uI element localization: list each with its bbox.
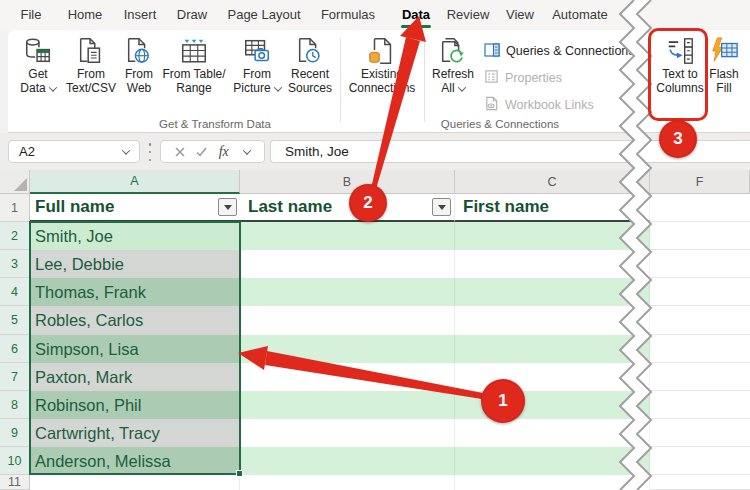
cell-c2[interactable] <box>455 222 650 250</box>
recent-sources-button[interactable]: Recent Sources <box>272 36 348 95</box>
cell-f1[interactable] <box>650 194 750 222</box>
cell-c1-first-name[interactable]: First name <box>455 194 650 222</box>
row-header-9[interactable]: 9 <box>0 419 30 447</box>
cell-a5[interactable]: Robles, Carlos <box>30 306 240 335</box>
cell-a11[interactable] <box>30 475 240 490</box>
cell-b11[interactable] <box>240 475 455 490</box>
tab-insert[interactable]: Insert <box>124 7 157 22</box>
cell-f8[interactable] <box>650 391 750 419</box>
select-all-corner[interactable] <box>0 170 30 194</box>
workbook-links-button[interactable]: Workbook Links <box>484 94 594 116</box>
tab-draw[interactable]: Draw <box>177 7 207 22</box>
cell-f9[interactable] <box>650 419 750 447</box>
cell-b4[interactable] <box>240 278 455 306</box>
enter-check-icon[interactable] <box>196 143 207 161</box>
properties-button[interactable]: Properties <box>484 67 562 89</box>
cell-f5[interactable] <box>650 306 750 335</box>
tab-automate[interactable]: Automate <box>552 7 608 22</box>
cell-a1-full-name[interactable]: Full name <box>30 194 240 222</box>
recent-clock-icon <box>272 36 348 68</box>
filter-button-last-name[interactable] <box>432 198 451 216</box>
formula-input[interactable]: Smith, Joe <box>270 140 750 163</box>
refresh-all-button[interactable]: Refresh All <box>415 36 491 95</box>
column-header-a[interactable]: A <box>30 170 240 194</box>
table-row: 6 Simpson, Lisa <box>0 335 750 363</box>
workbook-links-icon <box>484 96 499 114</box>
row-header-6[interactable]: 6 <box>0 335 30 363</box>
cell-a3[interactable]: Lee, Debbie <box>30 250 240 278</box>
row-header-7[interactable]: 7 <box>0 363 30 391</box>
cell-a10[interactable]: Anderson, Melissa <box>30 447 240 475</box>
row-header-8[interactable]: 8 <box>0 391 30 419</box>
cell-a6[interactable]: Simpson, Lisa <box>30 335 240 363</box>
data-ribbon: Get Data From Text/CSV From Web <box>8 30 750 133</box>
tab-data[interactable]: Data <box>402 7 430 22</box>
cell-c8[interactable] <box>455 391 650 419</box>
tab-review[interactable]: Review <box>447 7 490 22</box>
row-header-5[interactable]: 5 <box>0 306 30 335</box>
cell-b6[interactable] <box>240 335 455 363</box>
properties-icon <box>484 69 499 87</box>
cell-c10[interactable] <box>455 447 650 475</box>
cell-b2[interactable] <box>240 222 455 250</box>
tab-file[interactable]: File <box>21 7 42 22</box>
row-header-1[interactable]: 1 <box>0 194 30 222</box>
filter-button-full-name[interactable] <box>218 198 237 216</box>
cancel-icon[interactable] <box>175 143 185 161</box>
cell-c6[interactable] <box>455 335 650 363</box>
row-header-2[interactable]: 2 <box>0 222 30 250</box>
cell-a7[interactable]: Paxton, Mark <box>30 363 240 391</box>
cell-b10[interactable] <box>240 447 455 475</box>
cell-b8[interactable] <box>240 391 455 419</box>
row-header-4[interactable]: 4 <box>0 278 30 306</box>
flash-fill-button[interactable]: Flash Fill <box>686 36 750 95</box>
insert-function-button[interactable]: fx <box>219 144 229 160</box>
cell-f7[interactable] <box>650 363 750 391</box>
row-header-11[interactable]: 11 <box>0 475 30 490</box>
cell-f11[interactable] <box>650 475 750 490</box>
cell-a8[interactable]: Robinson, Phil <box>30 391 240 419</box>
table-row: 11 <box>0 475 750 490</box>
cell-f2[interactable] <box>650 222 750 250</box>
name-box-chevron-icon[interactable] <box>122 146 130 154</box>
cell-f4[interactable] <box>650 278 750 306</box>
cell-c7[interactable] <box>455 363 650 391</box>
cell-b9[interactable] <box>240 419 455 447</box>
queries-connections-button[interactable]: Queries & Connections <box>484 40 635 62</box>
cell-a4[interactable]: Thomas, Frank <box>30 278 240 306</box>
row-header-10[interactable]: 10 <box>0 447 30 475</box>
tab-home[interactable]: Home <box>68 7 103 22</box>
tab-page-layout[interactable]: Page Layout <box>227 7 300 22</box>
fx-chevron-icon[interactable] <box>243 146 251 154</box>
table-row: 3 Lee, Debbie <box>0 250 750 278</box>
cell-f10[interactable] <box>650 447 750 475</box>
column-header-c[interactable]: C <box>455 170 650 194</box>
cell-c11[interactable] <box>455 475 650 490</box>
column-header-b[interactable]: B <box>240 170 455 194</box>
column-header-row: A B C F <box>0 170 750 194</box>
cell-b7[interactable] <box>240 363 455 391</box>
cell-a2[interactable]: Smith, Joe <box>30 222 240 250</box>
column-header-f[interactable]: F <box>650 170 750 194</box>
row-header-3[interactable]: 3 <box>0 250 30 278</box>
table-row: 10 Anderson, Melissa <box>0 447 750 475</box>
tab-view[interactable]: View <box>506 7 534 22</box>
cell-c3[interactable] <box>455 250 650 278</box>
existing-connections-button[interactable]: Existing Connections <box>344 36 420 95</box>
formula-bar-grip-icon <box>148 143 152 161</box>
formula-bar: A2 fx Smith, Joe <box>0 133 750 170</box>
cell-b1-last-name[interactable]: Last name <box>240 194 455 222</box>
flash-fill-icon <box>686 36 750 68</box>
name-box[interactable]: A2 <box>8 140 140 163</box>
cell-c5[interactable] <box>455 306 650 335</box>
table-row: 5 Robles, Carlos <box>0 306 750 335</box>
cell-f3[interactable] <box>650 250 750 278</box>
cell-c4[interactable] <box>455 278 650 306</box>
tab-formulas[interactable]: Formulas <box>321 7 375 22</box>
cell-b5[interactable] <box>240 306 455 335</box>
filter-chevron-icon <box>224 205 232 210</box>
cell-c9[interactable] <box>455 419 650 447</box>
cell-f6[interactable] <box>650 335 750 363</box>
cell-b3[interactable] <box>240 250 455 278</box>
cell-a9[interactable]: Cartwright, Tracy <box>30 419 240 447</box>
